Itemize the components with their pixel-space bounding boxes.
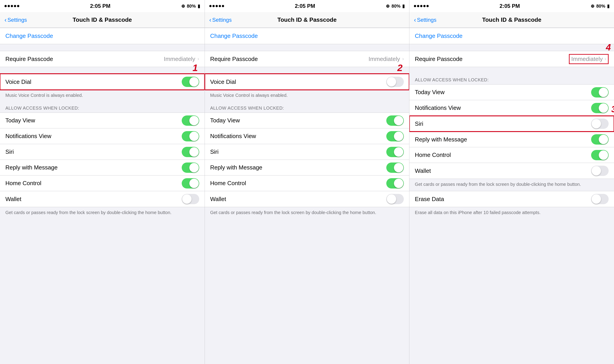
reply-message-toggle-2[interactable] [386, 162, 404, 173]
home-control-toggle-2[interactable] [386, 178, 404, 188]
voice-dial-note-2: Music Voice Control is always enabled. [205, 90, 409, 102]
allow-access-header-3: ALLOW ACCESS WHEN LOCKED: [409, 74, 614, 84]
wallet-row-1[interactable]: Wallet [0, 191, 205, 207]
notifications-view-row-3[interactable]: Notifications View [409, 100, 614, 116]
siri-label-3: Siri [415, 120, 423, 127]
toggle-knob-1 [189, 77, 199, 87]
status-left-3 [414, 5, 429, 7]
gap-3 [205, 44, 409, 51]
today-view-toggle-3[interactable] [591, 87, 609, 98]
home-control-toggle-3[interactable] [591, 150, 609, 160]
wallet-row-2[interactable]: Wallet [205, 191, 409, 207]
today-view-toggle-1[interactable] [182, 116, 199, 126]
nav-title-1: Touch ID & Passcode [73, 16, 132, 23]
voice-dial-toggle-1[interactable] [182, 77, 199, 87]
wallet-toggle-2[interactable] [386, 194, 404, 204]
battery-text-3: 80% [596, 4, 605, 9]
status-bar-1: 2:05 PM ⊕ 80% ▮ [0, 0, 205, 12]
reply-message-row-2[interactable]: Reply with Message [205, 160, 409, 176]
reply-message-toggle-3[interactable] [591, 134, 609, 144]
dot4 [14, 5, 16, 7]
back-button-3[interactable]: ‹ Settings [414, 16, 436, 24]
today-view-row-3[interactable]: Today View [409, 84, 614, 100]
back-label-2[interactable]: Settings [212, 17, 232, 23]
reply-message-toggle-1[interactable] [182, 162, 199, 173]
voice-dial-section-1: Voice Dial [0, 74, 205, 90]
require-passcode-value-3[interactable]: 4 Immediately › [569, 54, 609, 64]
change-passcode-link-3[interactable]: Change Passcode [415, 32, 462, 39]
voice-dial-row-1[interactable]: Voice Dial [0, 74, 205, 90]
notifications-view-toggle-3[interactable] [591, 103, 609, 113]
battery-icon-2: ▮ [402, 3, 405, 9]
notifications-view-toggle-1[interactable] [182, 131, 199, 142]
status-time-3: 2:05 PM [500, 3, 520, 9]
voice-dial-toggle-2[interactable] [386, 77, 404, 87]
annotation-4: 4 [606, 42, 611, 52]
siri-row-1[interactable]: Siri [0, 144, 205, 160]
back-chevron-icon: ‹ [4, 16, 6, 24]
notifications-view-toggle-2[interactable] [386, 131, 404, 142]
gap-2 [0, 67, 205, 74]
siri-toggle-1[interactable] [182, 147, 199, 157]
location-icon-3: ⊕ [591, 3, 595, 9]
voice-dial-row-2[interactable]: Voice Dial [205, 74, 409, 90]
wallet-row-3[interactable]: Wallet [409, 163, 614, 179]
notifications-view-label-2: Notifications View [210, 133, 256, 140]
dot3 [11, 5, 13, 7]
siri-toggle-3[interactable] [591, 118, 609, 129]
allow-access-header-1: ALLOW ACCESS WHEN LOCKED: [0, 102, 205, 113]
immediately-highlighted: Immediately › [569, 54, 609, 64]
reply-message-label-3: Reply with Message [415, 136, 467, 143]
voice-dial-container-2: Voice Dial 2 [205, 74, 409, 90]
wallet-label-3: Wallet [415, 168, 431, 174]
back-label-3[interactable]: Settings [417, 17, 437, 23]
today-view-row-1[interactable]: Today View [0, 113, 205, 129]
siri-row-3[interactable]: Siri [409, 116, 614, 131]
siri-highlight-container: Siri 3 [409, 116, 614, 131]
home-control-toggle-1[interactable] [182, 178, 199, 188]
wallet-label-1: Wallet [5, 196, 21, 203]
siri-toggle-2[interactable] [386, 147, 404, 157]
require-passcode-section-2: Require Passcode Immediately › [205, 51, 409, 67]
home-control-row-3[interactable]: Home Control [409, 147, 614, 163]
status-right-1: ⊕ 80% ▮ [181, 3, 200, 9]
status-time-2: 2:05 PM [295, 3, 315, 9]
back-button-1[interactable]: ‹ Settings [4, 16, 27, 24]
battery-text-2: 80% [392, 4, 400, 9]
home-control-label-1: Home Control [5, 180, 41, 187]
today-view-row-2[interactable]: Today View [205, 113, 409, 129]
change-passcode-section-1: Change Passcode [0, 28, 205, 44]
voice-dial-section-2: Voice Dial [205, 74, 409, 90]
battery-icon: ▮ [198, 3, 200, 9]
wallet-toggle-3[interactable] [591, 166, 609, 176]
today-view-toggle-2[interactable] [386, 116, 404, 126]
status-time-1: 2:05 PM [90, 3, 110, 9]
notifications-view-row-2[interactable]: Notifications View [205, 129, 409, 144]
home-control-row-1[interactable]: Home Control [0, 176, 205, 191]
change-passcode-link-1[interactable]: Change Passcode [5, 32, 53, 39]
back-button-2[interactable]: ‹ Settings [209, 16, 232, 24]
home-control-row-2[interactable]: Home Control [205, 176, 409, 191]
access-rows-2: Today View Notifications View Siri Reply… [205, 113, 409, 207]
wallet-footer-2: Get cards or passes ready from the lock … [205, 207, 409, 219]
wallet-toggle-1[interactable] [182, 194, 199, 204]
content-1: Change Passcode Require Passcode Immedia… [0, 28, 205, 364]
reply-message-row-3[interactable]: Reply with Message [409, 131, 614, 147]
reply-message-row-1[interactable]: Reply with Message [0, 160, 205, 176]
notifications-view-row-1[interactable]: Notifications View [0, 129, 205, 144]
require-passcode-value-2[interactable]: Immediately › [368, 56, 404, 63]
require-passcode-value-1[interactable]: Immediately › [164, 56, 199, 63]
require-passcode-section-1: Require Passcode Immediately › [0, 51, 205, 67]
change-passcode-link-2[interactable]: Change Passcode [210, 32, 258, 39]
erase-data-toggle[interactable] [591, 194, 609, 204]
erase-data-row[interactable]: Erase Data [409, 191, 614, 207]
notifications-view-label-1: Notifications View [5, 133, 51, 140]
home-control-label-2: Home Control [210, 180, 246, 187]
siri-row-2[interactable]: Siri [205, 144, 409, 160]
signal-dots-2 [209, 5, 224, 7]
home-control-label-3: Home Control [415, 152, 451, 158]
panel-1: 2:05 PM ⊕ 80% ▮ ‹ Settings Touch ID & Pa… [0, 0, 205, 364]
dot1 [4, 5, 7, 7]
back-label-1[interactable]: Settings [7, 17, 27, 23]
status-right-3: ⊕ 80% ▮ [591, 3, 610, 9]
